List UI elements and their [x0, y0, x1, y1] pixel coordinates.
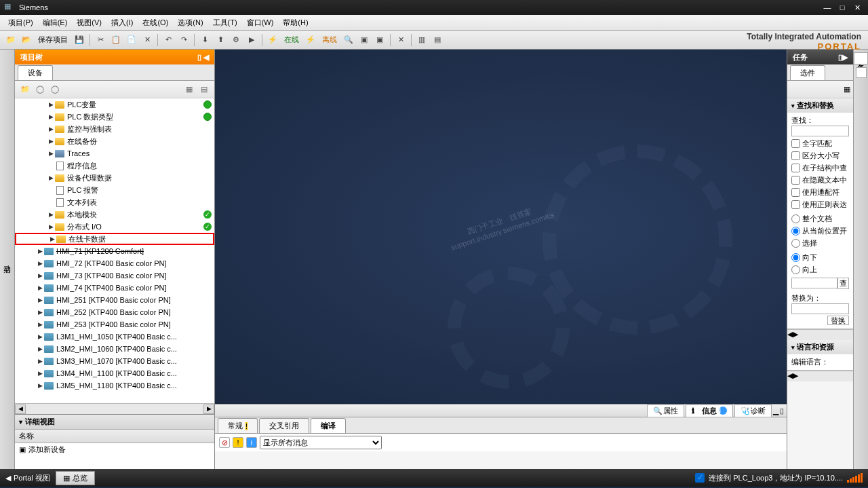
tree-node[interactable]: ▶在线备份	[15, 135, 214, 147]
expand-arrow-icon[interactable]: ▶	[37, 358, 43, 364]
tree-node[interactable]: ▶L3M5_HMI_1180 [KTP400 Basic c...	[15, 379, 214, 392]
find-direction[interactable]: 向下	[791, 252, 849, 263]
device-icon[interactable]: ▣	[357, 33, 371, 47]
project-tree[interactable]: ▶PLC变量▶PLC 数据类型▶监控与强制表▶在线备份▶Traces程序信息▶设…	[15, 98, 214, 403]
diagnostics-tab[interactable]: 🩺诊断	[734, 405, 772, 417]
tree-node[interactable]: ▶HMI_251 [KTP400 Basic color PN]	[15, 294, 214, 306]
scroll-left-icon[interactable]: ◀	[787, 371, 793, 381]
find-option[interactable]: 区分大小写	[791, 151, 849, 161]
compile-icon[interactable]: ⚙	[229, 33, 243, 47]
info-tab[interactable]: ℹ信息i	[686, 405, 733, 417]
expand-arrow-icon[interactable]: ▶	[47, 138, 54, 145]
left-strip[interactable]: 启动	[0, 50, 15, 469]
expand-arrow-icon[interactable]: ▶	[47, 150, 54, 157]
expand-arrow-icon[interactable]: ▶	[37, 297, 43, 303]
tree-node[interactable]: ▶HMI_73 [KTP400 Basic color PN]	[15, 269, 214, 282]
tree-node[interactable]: PLC 报警	[15, 184, 214, 196]
tree-node[interactable]: ▶HMI_74 [KTP400 Basic color PN]	[15, 282, 214, 294]
scroll-right-icon[interactable]: ▶	[793, 330, 798, 340]
panel-collapse-icon[interactable]: ▶	[842, 53, 848, 61]
expand-arrow-icon[interactable]: ▶	[47, 211, 54, 218]
save-icon[interactable]: 💾	[73, 33, 86, 47]
error-filter-icon[interactable]: ⊘	[219, 437, 230, 448]
tree-node[interactable]: 文本列表	[15, 196, 214, 208]
expand-arrow-icon[interactable]: ▶	[37, 345, 43, 352]
expand-arrow-icon[interactable]: ▶	[47, 223, 54, 230]
expand-arrow-icon[interactable]: ▶	[37, 333, 43, 340]
tree-node[interactable]: ▶监控与强制表	[15, 123, 214, 135]
find-option[interactable]: 使用正则表达	[791, 200, 849, 210]
lib-strip-icon[interactable]	[856, 67, 867, 78]
undo-icon[interactable]: ↶	[161, 33, 175, 47]
crossref-tab[interactable]: 交叉引用	[259, 418, 309, 433]
nav-fwd-icon[interactable]: ◯	[49, 83, 61, 96]
save-project-button[interactable]: 保存项目	[35, 35, 71, 45]
expand-arrow-icon[interactable]: ▶	[49, 236, 56, 242]
properties-tab[interactable]: 🔍属性	[647, 405, 684, 417]
find-option[interactable]: 在子结构中查	[791, 163, 849, 173]
panel-max-icon[interactable]: ▯	[780, 407, 784, 415]
general-tab[interactable]: 常规!	[218, 418, 258, 433]
menu-item[interactable]: 编辑(E)	[39, 16, 72, 29]
find-replace-header[interactable]: ▾查找和替换	[787, 98, 853, 113]
expand-arrow-icon[interactable]: ▶	[37, 382, 43, 389]
nav-back-icon[interactable]: ◯	[34, 83, 46, 96]
tree-node[interactable]: ▶在线卡数据	[15, 233, 214, 245]
split-v-icon[interactable]: ▤	[431, 33, 444, 47]
expand-arrow-icon[interactable]: ▶	[47, 126, 54, 132]
tree-hscroll[interactable]: ◀ ▶	[15, 403, 214, 414]
language-header[interactable]: ▾语言和资源	[787, 340, 853, 354]
options-tab[interactable]: 选件	[790, 65, 825, 80]
tree-node[interactable]: ▶Traces	[15, 147, 214, 159]
accessible-devices-icon[interactable]: 🔍	[342, 33, 355, 47]
scroll-right-icon[interactable]: ▶	[203, 405, 214, 414]
menu-item[interactable]: 插入(I)	[107, 16, 137, 29]
find-scope[interactable]: 从当前位置开	[791, 226, 849, 236]
expand-arrow-icon[interactable]: ▶	[37, 260, 43, 267]
minimize-button[interactable]: —	[821, 3, 834, 12]
cut-icon[interactable]: ✂	[94, 33, 107, 47]
show-overview-icon[interactable]: ▤	[198, 83, 210, 96]
go-offline-icon[interactable]: ⚡	[304, 33, 317, 47]
add-device-icon[interactable]: 📁	[19, 83, 31, 96]
find-button[interactable]: 查	[837, 278, 849, 289]
find-option[interactable]: 使用通配符	[791, 187, 849, 198]
panel-collapse-icon[interactable]: ◀	[203, 53, 209, 62]
expand-arrow-icon[interactable]: ▶	[37, 370, 43, 377]
find-direction[interactable]: 向上	[791, 265, 849, 275]
expand-arrow-icon[interactable]: ▶	[47, 113, 54, 120]
find-input[interactable]	[791, 126, 849, 136]
compile-tab[interactable]: 编译	[311, 418, 346, 433]
scroll-left-icon[interactable]: ◀	[15, 405, 26, 414]
upload-icon[interactable]: ⬆	[214, 33, 227, 47]
tree-node[interactable]: ▶HMI_252 [KTP400 Basic color PN]	[15, 306, 214, 318]
menu-item[interactable]: 工具(T)	[209, 16, 241, 29]
online-button[interactable]: 在线	[281, 35, 302, 45]
tree-node[interactable]: ▶本地模块✓	[15, 208, 214, 221]
expand-arrow-icon[interactable]: ▶	[37, 321, 43, 328]
devices-tab[interactable]: 设备	[18, 65, 53, 80]
replace-button[interactable]: 替换	[827, 316, 849, 325]
maximize-button[interactable]: □	[835, 3, 849, 12]
tree-node[interactable]: ▶设备代理数据	[15, 172, 214, 184]
expand-arrow-icon[interactable]: ▶	[37, 284, 43, 291]
go-online-icon[interactable]: ⚡	[266, 33, 279, 47]
cross-ref-icon[interactable]: ✕	[394, 33, 408, 47]
tree-node[interactable]: ▶HMI_71 [KP1200 Comfort]	[15, 245, 214, 257]
find-option[interactable]: 全字匹配	[791, 138, 849, 149]
overview-button[interactable]: ▦ 总览	[56, 471, 95, 485]
tree-node[interactable]: ▶HMI_72 [KTP400 Basic color PN]	[15, 257, 214, 269]
tree-node[interactable]: 程序信息	[15, 159, 214, 172]
tree-node[interactable]: ▶分布式 I/O✓	[15, 221, 214, 233]
scroll-left-icon[interactable]: ◀	[787, 330, 793, 340]
message-filter-select[interactable]: 显示所有消息	[260, 436, 382, 449]
find-exec-input[interactable]	[791, 278, 837, 288]
device-config-icon[interactable]: ▣	[373, 33, 387, 47]
menu-item[interactable]: 项目(P)	[4, 16, 37, 29]
info-filter-icon[interactable]: i	[246, 437, 257, 448]
menu-item[interactable]: 视图(V)	[73, 16, 106, 29]
simulate-icon[interactable]: ▶	[245, 33, 258, 47]
tree-node[interactable]: ▶L3M3_HMI_1070 [KTP400 Basic c...	[15, 355, 214, 367]
expand-arrow-icon[interactable]: ▶	[47, 174, 54, 181]
menu-item[interactable]: 窗口(W)	[243, 16, 278, 29]
